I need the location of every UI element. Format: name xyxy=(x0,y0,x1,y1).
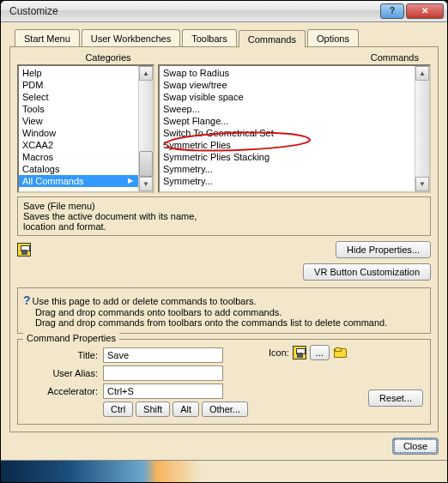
list-item[interactable]: Symmetric Plies xyxy=(160,139,415,151)
vr-button-customization-button[interactable]: VR Button Customization xyxy=(303,263,431,281)
commands-listbox[interactable]: Swap to Radius Swap view/tree Swap visib… xyxy=(158,64,431,193)
categories-listbox[interactable]: Help PDM Select Tools View Window XCAA2 … xyxy=(17,64,154,193)
taskbar-edge xyxy=(1,460,447,482)
help-button-icon[interactable]: ? xyxy=(380,3,404,19)
list-item[interactable]: Catalogs xyxy=(19,163,138,175)
titlebar[interactable]: Customize ? ✕ xyxy=(1,1,447,22)
scroll-down-icon[interactable]: ▼ xyxy=(415,177,429,191)
tab-options[interactable]: Options xyxy=(307,29,359,47)
list-item[interactable]: XCAA2 xyxy=(19,139,138,151)
list-item[interactable]: View xyxy=(19,115,138,127)
scroll-down-icon[interactable]: ▼ xyxy=(139,177,153,191)
list-item[interactable]: Swap visible space xyxy=(160,91,415,103)
scroll-thumb[interactable] xyxy=(139,151,153,177)
list-item-label: All Commands xyxy=(22,176,84,186)
customize-dialog: Customize ? ✕ Start Menu User Workbenche… xyxy=(0,0,448,483)
list-item[interactable]: Help xyxy=(19,67,138,79)
commands-label: Commands xyxy=(196,52,427,63)
tab-toolbars[interactable]: Toolbars xyxy=(182,29,237,47)
help-line: Drag and drop commands onto toolbars to … xyxy=(23,307,425,317)
list-item[interactable]: Window xyxy=(19,127,138,139)
window-title: Customize xyxy=(9,5,58,17)
other-button[interactable]: Other... xyxy=(202,401,248,417)
list-item[interactable]: Switch To Geometrical Set xyxy=(160,127,415,139)
user-alias-input[interactable] xyxy=(103,365,223,381)
scrollbar[interactable]: ▲ ▼ xyxy=(415,66,429,191)
scrollbar[interactable]: ▲ ▼ xyxy=(138,66,153,191)
categories-label: Categories xyxy=(21,52,196,63)
tab-user-workbenches[interactable]: User Workbenches xyxy=(82,29,180,47)
title-input[interactable] xyxy=(103,347,223,363)
ctrl-button[interactable]: Ctrl xyxy=(103,401,133,417)
command-properties-group: Command Properties Title: User Alias: Ac… xyxy=(17,339,431,425)
list-item[interactable]: Swap to Radius xyxy=(160,67,415,79)
description-line: Saves the active document with its name, xyxy=(23,211,425,221)
help-line: Drag and drop commands from toolbars ont… xyxy=(23,317,425,328)
description-line: location and format. xyxy=(23,221,425,232)
hide-properties-button[interactable]: Hide Properties... xyxy=(336,241,431,258)
help-icon: ? xyxy=(23,293,31,307)
list-item[interactable]: Select xyxy=(19,91,138,103)
description-box: Save (File menu) Saves the active docume… xyxy=(17,196,431,236)
help-block: ?Use this page to add or delete commands… xyxy=(17,287,431,334)
reset-button[interactable]: Reset... xyxy=(368,389,423,407)
scroll-up-icon[interactable]: ▲ xyxy=(139,66,153,81)
tab-commands[interactable]: Commands xyxy=(239,30,306,48)
close-button[interactable]: Close xyxy=(392,438,439,455)
tab-start-menu[interactable]: Start Menu xyxy=(15,29,80,47)
icon-label: Icon: xyxy=(269,347,289,358)
tab-strip: Start Menu User Workbenches Toolbars Com… xyxy=(9,29,439,47)
user-alias-label: User Alias: xyxy=(25,368,98,378)
list-item[interactable]: PDM xyxy=(19,79,138,91)
scroll-up-icon[interactable]: ▲ xyxy=(415,66,429,81)
description-title: Save (File menu) xyxy=(23,201,425,211)
shift-button[interactable]: Shift xyxy=(136,401,170,417)
browse-icon-button[interactable]: ... xyxy=(310,345,330,360)
list-item[interactable]: Tools xyxy=(19,103,138,115)
list-item[interactable]: Macros xyxy=(19,151,138,163)
folder-open-icon[interactable] xyxy=(333,346,347,359)
accelerator-input[interactable] xyxy=(103,383,223,399)
title-label: Title: xyxy=(25,350,98,360)
save-icon xyxy=(17,243,31,257)
list-item[interactable]: Swept Flange... xyxy=(160,115,415,127)
list-item[interactable]: Swap view/tree xyxy=(160,79,415,91)
help-line: Use this page to add or delete commands … xyxy=(33,296,257,306)
alt-button[interactable]: Alt xyxy=(173,401,199,417)
commands-pane: Categories Commands Help PDM Select Tool… xyxy=(9,46,439,432)
dropdown-arrow-icon: ▶ xyxy=(128,177,133,184)
accelerator-label: Accelerator: xyxy=(25,386,98,396)
list-item[interactable]: Symmetry... xyxy=(160,163,415,175)
list-item[interactable]: Sweep... xyxy=(160,103,415,115)
close-window-icon[interactable]: ✕ xyxy=(406,3,444,19)
list-item[interactable]: Symmetry... xyxy=(160,175,415,187)
save-icon xyxy=(293,346,306,359)
list-item-selected[interactable]: All Commands ▶ xyxy=(19,175,138,187)
list-item[interactable]: Symmetric Plies Stacking xyxy=(160,151,415,163)
command-properties-legend: Command Properties xyxy=(23,333,119,343)
